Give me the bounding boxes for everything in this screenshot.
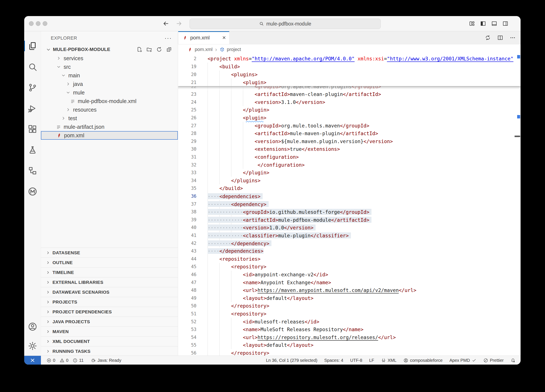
problems-status[interactable]: 0 0 11: [46, 358, 84, 363]
close-tab-icon[interactable]: ×: [222, 35, 226, 41]
code-line-33[interactable]: 33 </plugin>: [178, 169, 520, 177]
panel-external-libraries[interactable]: EXTERNAL LIBRARIES: [41, 277, 178, 287]
code-line-39[interactable]: 39············<artifactId>mule-pdfbox-mo…: [178, 216, 520, 224]
minimize-window-button[interactable]: [36, 21, 40, 26]
code-line-2[interactable]: 2<project xmlns="http://maven.apache.org…: [178, 55, 520, 62]
tree-item-pom.xml[interactable]: pom.xml: [41, 131, 178, 140]
code-line-55[interactable]: 55 <layout>default</layout>: [178, 341, 520, 349]
zoom-window-button[interactable]: [43, 21, 47, 26]
sync-button[interactable]: [485, 34, 491, 41]
activity-mulesoft[interactable]: [24, 181, 41, 202]
activity-account[interactable]: [24, 317, 41, 336]
code-line-19[interactable]: 19 <build>: [178, 62, 520, 70]
code-line-44[interactable]: 44 <repositories>: [178, 255, 520, 263]
tree-item-mule-artifact.json[interactable]: mule-artifact.json: [41, 123, 178, 131]
code-line-51[interactable]: 51 <repository>: [178, 310, 520, 318]
collapse-all-button[interactable]: [166, 46, 172, 53]
activity-references[interactable]: [24, 160, 41, 181]
panel-datasense[interactable]: DATASENSE: [41, 248, 178, 257]
status-account-status[interactable]: composableforce: [403, 358, 443, 363]
code-line-25[interactable]: 25 </plugin>: [178, 106, 520, 114]
code-line-46[interactable]: 46 <id>anypoint-exchange-v2</id>: [178, 271, 520, 279]
new-file-button[interactable]: [136, 46, 143, 53]
status-cursor-position[interactable]: Ln 36, Col 1 (279 selected): [266, 358, 317, 363]
activity-run-and-debug[interactable]: [24, 98, 41, 119]
code-line-31[interactable]: 31 <configuration>: [178, 153, 520, 161]
more-actions-button[interactable]: [509, 34, 516, 41]
activity-extensions[interactable]: [24, 119, 41, 139]
code-line-37[interactable]: 37········<dependency>: [178, 200, 520, 208]
tree-item-src[interactable]: src: [41, 62, 178, 71]
command-center-search[interactable]: mule-pdfbox-module: [190, 19, 381, 29]
panel-dataweave-scenarios[interactable]: DATAWEAVE SCENARIOS: [41, 287, 178, 297]
remote-indicator[interactable]: [24, 356, 41, 365]
navigate-back-button[interactable]: [162, 20, 170, 27]
code-line-50[interactable]: 50 </repository>: [178, 302, 520, 310]
code-line-23[interactable]: 23 <artifactId>maven-clean-plugin</artif…: [178, 90, 520, 98]
tree-item-services[interactable]: services: [41, 54, 178, 62]
code-line-28[interactable]: 28 <artifactId>mule-maven-plugin</artifa…: [178, 130, 520, 137]
code-line-42[interactable]: 42········</dependency>: [178, 239, 520, 247]
status-encoding[interactable]: UTF-8: [350, 358, 362, 363]
code-line-54[interactable]: 54 <url>https://repository.mulesoft.org/…: [178, 333, 520, 341]
explorer-more-actions[interactable]: ···: [165, 35, 172, 42]
code-line-38[interactable]: 38············<groupId>io.github.mulesof…: [178, 208, 520, 216]
code-line-32[interactable]: 32 </configuration>: [178, 161, 520, 169]
code-line-29[interactable]: 29 <version>${mule.maven.plugin.version}…: [178, 137, 520, 145]
code-line-45[interactable]: 45 <repository>: [178, 263, 520, 271]
panel-maven[interactable]: MAVEN: [41, 326, 178, 336]
code-line-40[interactable]: 40············<version>1.0.0</version>: [178, 224, 520, 231]
sidebar-right-icon[interactable]: [502, 20, 508, 27]
activity-testing[interactable]: [24, 139, 41, 160]
status-apex-pmd[interactable]: Apex PMD: [449, 358, 477, 363]
breadcrumb-item[interactable]: project: [227, 47, 241, 52]
code-line-47[interactable]: 47 <name>Anypoint Exchange</name>: [178, 279, 520, 286]
tree-item-mule-pdfbox-module.xml[interactable]: mule-pdfbox-module.xml: [41, 97, 178, 105]
code-line-21[interactable]: 21 <plugin>: [178, 78, 520, 86]
code-line-30[interactable]: 30 <extensions>true</extensions>: [178, 145, 520, 153]
activity-search[interactable]: [24, 56, 41, 77]
code-line-48[interactable]: 48 <url>https://maven.anypoint.mulesoft.…: [178, 286, 520, 294]
tree-item-test[interactable]: test: [41, 114, 178, 123]
code-line-53[interactable]: 53 <name>MuleSoft Releases Repository</n…: [178, 326, 520, 334]
panel-xml-document[interactable]: XML DOCUMENT: [41, 336, 178, 346]
activity-settings[interactable]: [24, 336, 41, 355]
project-root-row[interactable]: MULE-PDFBOX-MODULE: [41, 45, 178, 54]
status-notifications[interactable]: [510, 358, 515, 363]
tree-item-main[interactable]: main: [41, 71, 178, 80]
code-line-56[interactable]: 56 </repository>: [178, 349, 520, 355]
new-folder-button[interactable]: [146, 46, 153, 53]
code-line-41[interactable]: 41············<classifier>mule-plugin</c…: [178, 231, 520, 239]
panel-running-tasks[interactable]: RUNNING TASKS: [41, 346, 178, 356]
close-window-button[interactable]: [29, 21, 34, 26]
code-line-34[interactable]: 34 </plugins>: [178, 176, 520, 184]
status-language-mode[interactable]: XML: [381, 358, 396, 363]
code-line-49[interactable]: 49 <layout>default</layout>: [178, 294, 520, 302]
panel-bottom-icon[interactable]: [491, 20, 497, 27]
layout-icon[interactable]: [469, 20, 475, 27]
code-line-27[interactable]: 27 <groupId>org.mule.tools.maven</groupI…: [178, 122, 520, 130]
activity-explorer[interactable]: [24, 36, 41, 56]
panel-timeline[interactable]: TIMELINE: [41, 267, 178, 277]
code-line-20[interactable]: 20 <plugins>: [178, 70, 520, 78]
tree-item-java[interactable]: java: [41, 80, 178, 88]
split-editor-button[interactable]: [497, 34, 503, 41]
navigate-forward-button[interactable]: [175, 20, 183, 27]
status-indentation[interactable]: Spaces: 4: [324, 358, 343, 363]
java-status[interactable]: Java: Ready: [91, 358, 121, 363]
panel-projects[interactable]: PROJECTS: [41, 297, 178, 307]
code-line-52[interactable]: 52 <id>mulesoft-releases</id>: [178, 318, 520, 326]
code-line-26[interactable]: 26 <plugin>: [178, 114, 520, 122]
tree-item-resources[interactable]: resources: [41, 105, 178, 114]
sidebar-left-icon[interactable]: [480, 20, 486, 27]
code-line-24[interactable]: 24 <version>3.1.0</version>: [178, 98, 520, 106]
refresh-button[interactable]: [156, 46, 162, 53]
panel-outline[interactable]: OUTLINE: [41, 257, 178, 267]
tab-pom-xml[interactable]: pom.xml ×: [178, 31, 229, 44]
code-line-43[interactable]: 43····</dependencies>: [178, 247, 520, 255]
activity-source-control[interactable]: [24, 77, 41, 98]
tree-item-mule[interactable]: mule: [41, 88, 178, 97]
code-editor[interactable]: 2<project xmlns="http://maven.apache.org…: [178, 55, 520, 355]
panel-java-projects[interactable]: JAVA PROJECTS: [41, 317, 178, 326]
code-line-36[interactable]: 36····<dependencies>: [178, 192, 520, 200]
